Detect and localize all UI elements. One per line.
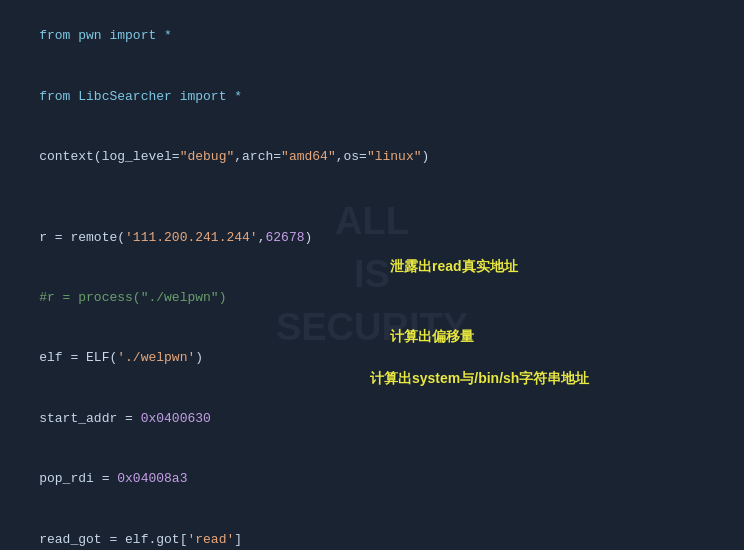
code-line-8: start_addr = 0x0400630 [8, 389, 736, 449]
code-line-5: r = remote('111.200.241.244',62678) [8, 207, 736, 267]
code-line-6: #r = process("./welpwn") [8, 268, 736, 328]
code-line-2: from LibcSearcher import * [8, 66, 736, 126]
code-blank-1 [8, 187, 736, 207]
kw-from2: from LibcSearcher import * [39, 89, 242, 104]
annotation-system-binsh: 计算出system与/bin/sh字符串地址 [370, 370, 589, 388]
code-line-9: pop_rdi = 0x04008a3 [8, 449, 736, 509]
code-line-3: context(log_level="debug",arch="amd64",o… [8, 127, 736, 187]
annotation-offset: 计算出偏移量 [390, 328, 474, 346]
kw-from1: from pwn import * [39, 28, 172, 43]
code-line-1: from pwn import * [8, 6, 736, 66]
code-line-10: read_got = elf.got['read'] [8, 510, 736, 550]
annotation-read-addr: 泄露出read真实地址 [390, 258, 518, 276]
code-editor: from pwn import * from LibcSearcher impo… [0, 0, 744, 550]
